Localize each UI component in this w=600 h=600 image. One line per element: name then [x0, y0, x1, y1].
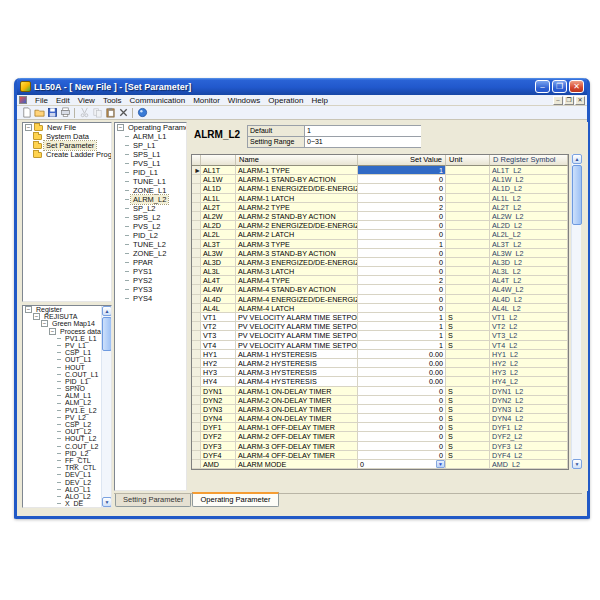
tab-setting-parameter[interactable]: Setting Parameter [115, 494, 191, 507]
row-selector[interactable] [192, 377, 201, 386]
table-row-vt4[interactable]: VT4PV VELOCITY ALARM TIME SETPOINT 41SVT… [192, 341, 568, 350]
row-selector[interactable] [192, 194, 201, 203]
table-row-hy1[interactable]: HY1ALARM-1 HYSTERESIS0.00HY1_L2 [192, 350, 568, 359]
tree-collapse-icon[interactable]: − [49, 328, 56, 335]
set-value-cell-al3t[interactable]: 1 [358, 240, 446, 249]
parameter-tree-item-pys3[interactable]: PYS3 [115, 285, 186, 294]
menu-edit[interactable]: Edit [52, 96, 74, 105]
row-selector[interactable] [192, 313, 201, 322]
menu-view[interactable]: View [74, 96, 99, 105]
row-selector[interactable] [192, 368, 201, 377]
save-icon[interactable] [46, 107, 58, 119]
menu-tools[interactable]: Tools [99, 96, 126, 105]
row-selector[interactable] [192, 184, 201, 193]
register-tree-item-pv-l1[interactable]: PV_L1 [23, 342, 102, 349]
menu-help[interactable]: Help [307, 96, 331, 105]
set-value-cell-al1l[interactable]: 0 [358, 194, 446, 203]
table-row-dyf3[interactable]: DYF3ALARM-3 OFF-DELAY TIMER0SDYF3_L2 [192, 442, 568, 451]
parameter-tree-item-tune-l1[interactable]: TUNE_L1 [115, 177, 186, 186]
table-row-al4l[interactable]: AL4LALARM-4 LATCH0AL4L_L2 [192, 304, 568, 313]
row-selector[interactable] [192, 414, 201, 423]
register-tree-item-alo-l2[interactable]: ALO_L2 [23, 493, 102, 500]
register-tree-item-c-out-l2[interactable]: C.OUT_L2 [23, 443, 102, 450]
mdi-restore-button[interactable]: ❐ [564, 96, 574, 105]
parameter-tree-item-pys1[interactable]: PYS1 [115, 267, 186, 276]
register-tree-item-alm-l1[interactable]: ALM_L1 [23, 392, 102, 399]
set-value-cell-dyf2[interactable]: 0 [358, 432, 446, 441]
register-tree-item-hout-l2[interactable]: HOUT_L2 [23, 435, 102, 442]
set-value-cell-vt2[interactable]: 1 [358, 322, 446, 331]
set-value-cell-al2w[interactable]: 0 [358, 212, 446, 221]
set-value-cell-dyf1[interactable]: 0 [358, 423, 446, 432]
print-icon[interactable] [59, 107, 71, 119]
table-row-al3l[interactable]: AL3LALARM-3 LATCH0AL3L_L2 [192, 267, 568, 276]
set-value-cell-al1t[interactable]: 1 [358, 166, 446, 175]
chevron-down-icon[interactable]: ▼ [436, 460, 445, 468]
set-value-dropdown-amd[interactable]: 0▼ [358, 460, 446, 469]
table-row-hy2[interactable]: HY2ALARM-2 HYSTERESIS0.00HY2_L2 [192, 359, 568, 368]
row-selector[interactable] [192, 175, 201, 184]
set-value-cell-dyn3[interactable]: 0 [358, 405, 446, 414]
row-selector[interactable] [192, 285, 201, 294]
set-value-cell-dyn4[interactable]: 0 [358, 414, 446, 423]
row-selector[interactable] [192, 249, 201, 258]
scroll-down-icon[interactable]: ▼ [572, 459, 582, 469]
set-value-cell-dyn1[interactable]: 0 [358, 387, 446, 396]
menu-communication[interactable]: Communication [126, 96, 190, 105]
table-row-al2l[interactable]: AL2LALARM-2 LATCH0AL2L_L2 [192, 230, 568, 239]
row-selector[interactable] [192, 203, 201, 212]
mdi-minimize-button[interactable]: – [553, 96, 563, 105]
register-tree-item-pv1-e-l2[interactable]: PV1.E_L2 [23, 407, 102, 414]
scroll-down-icon[interactable]: ▼ [102, 497, 112, 507]
row-selector[interactable] [192, 451, 201, 460]
register-tree-item-pv-l2[interactable]: PV_L2 [23, 414, 102, 421]
register-tree-item-register[interactable]: −Register [23, 306, 102, 313]
register-tree-item-out-l1[interactable]: OUT_L1 [23, 356, 102, 363]
set-value-cell-al4l[interactable]: 0 [358, 304, 446, 313]
row-selector[interactable] [192, 212, 201, 221]
open-folder-icon[interactable] [33, 107, 45, 119]
set-value-cell-al4d[interactable]: 0 [358, 295, 446, 304]
parameter-tree-item-tune-l2[interactable]: TUNE_L2 [115, 240, 186, 249]
set-value-cell-dyf4[interactable]: 0 [358, 451, 446, 460]
parameter-tree-item-zone-l2[interactable]: ZONE_L2 [115, 249, 186, 258]
table-row-dyn1[interactable]: DYN1ALARM-1 ON-DELAY TIMER0SDYN1_L2 [192, 387, 568, 396]
table-row-al3d[interactable]: AL3DALARM-3 ENERGIZED/DE-ENERGIZED0AL3D_… [192, 258, 568, 267]
scroll-thumb[interactable] [572, 165, 582, 225]
set-value-cell-vt1[interactable]: 1 [358, 313, 446, 322]
register-tree-item-dev-l1[interactable]: DEV_L1 [23, 471, 102, 478]
table-row-vt2[interactable]: VT2PV VELOCITY ALARM TIME SETPOINT 21SVT… [192, 322, 568, 331]
set-value-cell-al3l[interactable]: 0 [358, 267, 446, 276]
set-value-cell-al2l[interactable]: 0 [358, 230, 446, 239]
set-value-cell-vt4[interactable]: 1 [358, 341, 446, 350]
tree-collapse-icon[interactable]: − [33, 313, 40, 320]
register-tree-item-green-map14[interactable]: −Green Map14 [23, 320, 102, 327]
table-row-al1l[interactable]: AL1LALARM-1 LATCH0AL1L_L2 [192, 194, 568, 203]
set-value-cell-hy3[interactable]: 0.00 [358, 368, 446, 377]
row-selector[interactable] [192, 442, 201, 451]
menu-windows[interactable]: Windows [224, 96, 264, 105]
register-tree-item-csp-l1[interactable]: CSP_L1 [23, 349, 102, 356]
register-tree-item-x-de[interactable]: X_DE [23, 500, 102, 507]
parameter-tree-item-pvs-l1[interactable]: PVS_L1 [115, 159, 186, 168]
scroll-up-icon[interactable]: ▲ [572, 154, 582, 164]
parameter-tree-item-alrm-l2[interactable]: ALRM_L2 [115, 195, 186, 204]
table-row-hy3[interactable]: HY3ALARM-3 HYSTERESIS0.00HY3_L2 [192, 368, 568, 377]
table-row-dyn4[interactable]: DYN4ALARM-4 ON-DELAY TIMER0SDYN4_L2 [192, 414, 568, 423]
row-selector-arrow-icon[interactable]: ► [192, 166, 201, 175]
parameter-tree-item-pid-l1[interactable]: PID_L1 [115, 168, 186, 177]
register-tree-item-pid-l1[interactable]: PID_L1 [23, 378, 102, 385]
set-value-cell-al1d[interactable]: 0 [358, 184, 446, 193]
parameter-tree-item-sps-l2[interactable]: SPS_L2 [115, 213, 186, 222]
titlebar[interactable]: LL50A - [ New File ] - [Set Parameter] –… [17, 78, 587, 95]
parameter-tree-item-pvs-l2[interactable]: PVS_L2 [115, 222, 186, 231]
set-value-cell-dyn2[interactable]: 0 [358, 396, 446, 405]
row-selector[interactable] [192, 396, 201, 405]
parameter-tree-item-operating-parameter[interactable]: −Operating Parameter [115, 123, 186, 132]
row-selector[interactable] [192, 405, 201, 414]
table-row-vt1[interactable]: VT1PV VELOCITY ALARM TIME SETPOINT 11SVT… [192, 313, 568, 322]
table-row-al1d[interactable]: AL1DALARM-1 ENERGIZED/DE-ENERGIZED0AL1D_… [192, 184, 568, 193]
table-row-al1w[interactable]: AL1WALARM-1 STAND-BY ACTION0AL1W_L2 [192, 175, 568, 184]
table-row-al2d[interactable]: AL2DALARM-2 ENERGIZED/DE-ENERGIZED0AL2D_… [192, 221, 568, 230]
table-row-amd[interactable]: AMDALARM MODE0▼AMD_L2 [192, 460, 568, 469]
